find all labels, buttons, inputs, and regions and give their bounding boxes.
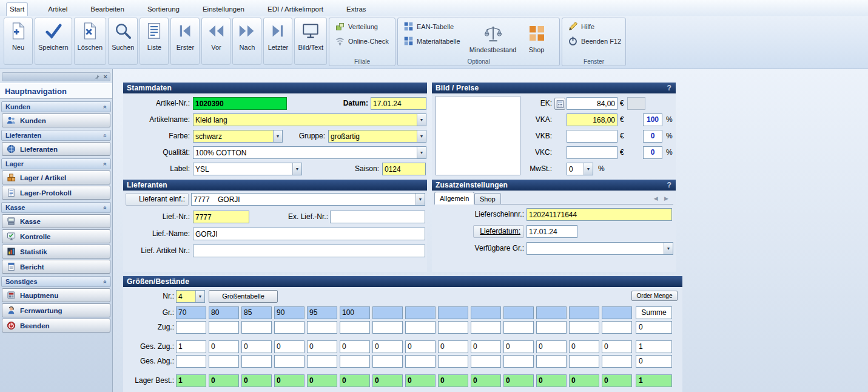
loeschen-button[interactable]: Löschen [74, 18, 107, 65]
saison-input[interactable] [382, 163, 426, 175]
farbe-combo[interactable]: ▼ [193, 130, 283, 143]
size-cell-zug-6[interactable] [372, 321, 403, 334]
menu-tab-extras[interactable]: Extras [343, 3, 369, 16]
menu-tab-edi-artikelimport[interactable]: EDI / Artikelimport [264, 3, 326, 16]
vkb-percent-box[interactable]: 0 [643, 130, 662, 143]
bild-text-button[interactable]: Bild/Text [294, 18, 327, 65]
help-button[interactable]: ? [667, 83, 671, 93]
neu-button[interactable]: Neu [4, 18, 33, 65]
erster-button[interactable]: Erster [170, 18, 200, 65]
nr-combo[interactable]: ▼ [176, 290, 205, 303]
letzter-button[interactable]: Letzter [263, 18, 292, 65]
size-cell-zug-1[interactable] [209, 321, 239, 334]
mwst-combo[interactable]: ▼ [567, 163, 593, 175]
sidebar-group-lager[interactable]: Lager» [1, 158, 111, 169]
menu-tab-start[interactable]: Start [6, 2, 28, 16]
beenden-f12-button[interactable]: Beenden F12 [565, 35, 622, 47]
gruppe-combo[interactable]: ▼ [328, 130, 426, 143]
sidebar-item-beenden[interactable]: Beenden [2, 319, 110, 333]
size-cell-zug-7[interactable] [405, 321, 436, 334]
size-cell-zug-0[interactable] [176, 321, 206, 334]
hilfe-button[interactable]: Hilfe [565, 20, 622, 33]
shop-button[interactable]: Shop [523, 20, 550, 56]
liste-button[interactable]: Liste [140, 18, 169, 65]
lieferant-einf-label[interactable]: Lieferant einf.: [126, 193, 189, 206]
sidebar-item-fernwartung[interactable]: Fernwartung [2, 303, 110, 317]
sidebar-item-bericht[interactable]: Bericht [2, 260, 110, 274]
groessentabelle-button[interactable]: Größentabelle [209, 290, 278, 303]
nach-button[interactable]: Nach [232, 18, 261, 65]
sidebar-item-lieferanten[interactable]: Lieferanten [2, 142, 110, 156]
size-cell-zug-12[interactable] [569, 321, 599, 334]
size-cell-zug-3[interactable] [274, 321, 304, 334]
lief-artikel-nr-input[interactable] [193, 245, 425, 257]
size-cell-zug-9[interactable] [471, 321, 501, 334]
vkc-input[interactable] [567, 146, 617, 159]
menu-tab-einstellungen[interactable]: Einstellungen [200, 3, 247, 16]
ek-input[interactable] [567, 97, 617, 110]
lieferscheinnr-input[interactable] [527, 208, 672, 221]
online-check-button[interactable]: Online-Check [332, 35, 392, 47]
sidebar-group-lieferanten[interactable]: Lieferanten» [1, 130, 111, 141]
vkc-percent-box[interactable]: 0 [643, 146, 662, 159]
chevron-down-icon[interactable]: ▼ [417, 130, 426, 142]
chevron-down-icon[interactable]: ▼ [292, 163, 301, 175]
menu-tab-bearbeiten[interactable]: Bearbeiten [87, 3, 127, 16]
vor-button[interactable]: Vor [201, 18, 230, 65]
sidebar-group-sonstiges[interactable]: Sonstiges» [1, 276, 111, 287]
size-cell-zug-2[interactable] [241, 321, 272, 334]
vka-percent-box[interactable]: 100 [643, 113, 662, 126]
lief-name-input[interactable] [193, 228, 425, 240]
lieferant-einf-combo[interactable]: ▼ [191, 193, 425, 206]
chevron-down-icon[interactable]: ▼ [584, 163, 593, 175]
size-cell-zug-4[interactable] [307, 321, 337, 334]
menu-tab-artikel[interactable]: Artikel [45, 3, 70, 16]
artikelname-combo[interactable]: ▼ [193, 113, 426, 126]
order-menge-button[interactable]: Order Menge [631, 291, 678, 301]
chevron-down-icon[interactable]: ▼ [195, 291, 204, 302]
chevron-down-icon[interactable]: ▼ [273, 130, 282, 142]
artikel-nr-input[interactable] [193, 97, 287, 110]
ex-lief-nr-input[interactable] [330, 211, 425, 223]
close-icon[interactable]: × [104, 73, 107, 80]
article-image-box[interactable] [436, 96, 520, 175]
label-combo[interactable]: ▼ [193, 163, 302, 175]
sidebar-item-kunden[interactable]: Kunden [2, 113, 110, 127]
size-cell-zug-8[interactable] [438, 321, 468, 334]
lieferdatum-input[interactable] [527, 225, 577, 238]
chevron-down-icon[interactable]: ▼ [417, 147, 426, 158]
mindestbestand-button[interactable]: Mindestbestand [465, 20, 521, 56]
qualitaet-combo[interactable]: ▼ [193, 146, 426, 159]
chevron-down-icon[interactable]: ▼ [415, 194, 425, 205]
size-cell-zug-5[interactable] [340, 321, 370, 334]
sidebar-item-kontrolle[interactable]: Kontrolle [2, 229, 110, 243]
vka-input[interactable] [567, 113, 617, 126]
tab-allgemein[interactable]: Allgemein [434, 192, 474, 204]
pin-icon[interactable] [94, 74, 100, 80]
tab-shop[interactable]: Shop [474, 193, 501, 204]
sidebar-group-kasse[interactable]: Kasse» [1, 202, 111, 213]
chevron-down-icon[interactable]: ▼ [417, 114, 426, 126]
sidebar-item-kasse[interactable]: Kasse [2, 214, 110, 228]
tab-scroll-arrows[interactable]: ◀ ▶ [654, 195, 671, 201]
chevron-down-icon[interactable]: ▼ [664, 243, 673, 254]
calculator-button[interactable] [554, 98, 565, 110]
verfuegbare-gr-combo[interactable]: ▼ [527, 242, 673, 255]
sidebar-item-lager-artikel[interactable]: Lager / Artikel [2, 171, 110, 184]
size-cell-zug-11[interactable] [536, 321, 567, 334]
help-button[interactable]: ? [667, 180, 671, 191]
size-cell-zug-13[interactable] [602, 321, 632, 334]
sidebar-item-statistik[interactable]: Statistik [2, 245, 110, 259]
menu-tab-sortierung[interactable]: Sortierung [144, 3, 183, 16]
ean-tabelle-button[interactable]: EAN-Tabelle [401, 20, 463, 33]
lief-nr-input[interactable] [193, 211, 249, 223]
vkb-input[interactable] [567, 130, 617, 143]
sidebar-item-hauptmenu[interactable]: Hauptmenu [2, 288, 110, 302]
verteilung-button[interactable]: Verteilung [332, 20, 392, 33]
datum-input[interactable] [371, 97, 426, 110]
speichern-button[interactable]: Speichern [35, 18, 72, 65]
sidebar-group-kunden[interactable]: Kunden» [1, 101, 111, 112]
suchen-button[interactable]: Suchen [108, 18, 138, 65]
size-cell-zug-10[interactable] [503, 321, 534, 334]
lieferdatum-label[interactable]: Lieferdatum: [473, 225, 524, 238]
